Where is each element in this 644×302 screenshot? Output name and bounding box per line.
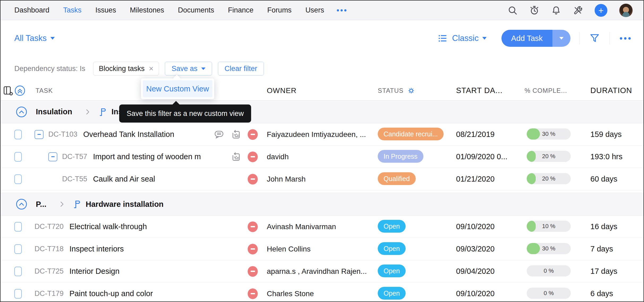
status-badge[interactable]: Open <box>378 265 406 277</box>
status-cell[interactable]: Open <box>378 265 456 278</box>
status-cell[interactable]: In Progress <box>378 150 456 164</box>
nav-item-forums[interactable]: Forums <box>267 6 292 14</box>
task-name[interactable]: Inspect interiors <box>70 245 124 253</box>
nav-more-button[interactable] <box>337 9 346 11</box>
nav-item-finance[interactable]: Finance <box>228 6 254 14</box>
milestone-name[interactable]: Hardware installation <box>86 200 164 209</box>
start-date-cell[interactable]: 01/09/2020 0... <box>456 152 525 161</box>
status-cell[interactable]: Qualified <box>378 172 456 186</box>
owner-cell[interactable]: davidh <box>267 153 378 161</box>
status-badge[interactable]: Open <box>378 220 406 233</box>
status-badge[interactable]: In Progress <box>378 150 423 163</box>
tools-icon[interactable] <box>573 5 583 15</box>
group-title[interactable]: Insulation <box>36 107 72 116</box>
notifications-bell-icon[interactable] <box>551 5 561 15</box>
row-checkbox[interactable] <box>14 244 22 254</box>
user-avatar[interactable] <box>619 3 633 17</box>
layout-selector[interactable]: Classic <box>452 33 487 43</box>
clear-filter-button[interactable]: Clear filter <box>218 62 264 76</box>
blocked-dependency-icon[interactable] <box>248 288 258 299</box>
start-date-cell[interactable]: 09/04/2020 <box>456 267 525 276</box>
collapse-subtasks-toggle[interactable] <box>35 130 44 139</box>
row-checkbox[interactable] <box>14 174 22 184</box>
search-icon[interactable] <box>508 5 518 15</box>
collapse-group-icon[interactable] <box>16 198 27 210</box>
owner-cell[interactable]: Faiyazudeen Imtiyazudeen, ... <box>267 130 378 139</box>
filter-chip[interactable]: Blocking tasks × <box>93 62 159 76</box>
more-options-button[interactable] <box>620 37 631 40</box>
add-task-button[interactable]: Add Task <box>501 30 552 47</box>
nav-item-documents[interactable]: Documents <box>178 6 214 14</box>
task-name[interactable]: Overhead Tank Installation <box>83 130 174 139</box>
row-checkbox[interactable] <box>14 222 22 232</box>
table-settings-icon[interactable] <box>3 85 14 96</box>
start-date-cell[interactable]: 09/10/2020 <box>456 289 525 298</box>
owner-cell[interactable]: Avinash Manivarman <box>267 223 378 231</box>
blocked-dependency-icon[interactable] <box>248 221 258 232</box>
owner-cell[interactable]: aparna.s , Aravindhan Rajen... <box>267 267 378 276</box>
row-checkbox[interactable] <box>14 289 22 299</box>
save-as-button[interactable]: Save as <box>165 62 212 76</box>
nav-item-dashboard[interactable]: Dashboard <box>14 6 49 14</box>
status-badge[interactable]: Candidate recrui... <box>378 128 444 140</box>
start-date-cell[interactable]: 09/10/2020 <box>456 222 525 231</box>
status-cell[interactable]: Open <box>378 242 456 256</box>
header-status[interactable]: STATUS <box>378 87 456 95</box>
owner-cell[interactable]: Charles Stone <box>267 290 378 298</box>
start-date-cell[interactable]: 08/21/2019 <box>456 130 525 139</box>
task-name[interactable]: Electrical walk-through <box>70 222 147 231</box>
task-name[interactable]: Import and testing of wooden m <box>93 152 201 161</box>
header-task[interactable]: TASK <box>1 87 267 94</box>
header-duration[interactable]: DURATION <box>590 86 643 95</box>
tasklog-icon[interactable] <box>231 152 241 162</box>
view-selector[interactable]: All Tasks <box>14 33 55 43</box>
nav-item-issues[interactable]: Issues <box>95 6 116 14</box>
chip-remove-icon[interactable]: × <box>149 65 154 73</box>
status-badge[interactable]: Open <box>378 287 406 300</box>
owner-cell[interactable]: John Marsh <box>267 175 378 183</box>
add-task-dropdown-button[interactable] <box>552 30 570 47</box>
header-start-date[interactable]: START DA... <box>456 86 525 95</box>
task-row[interactable]: DC-T57Import and testing of wooden mdavi… <box>1 146 643 168</box>
start-date-cell[interactable]: 09/03/2020 <box>456 245 525 253</box>
filter-icon[interactable] <box>589 32 600 44</box>
collapse-subtasks-toggle[interactable] <box>48 152 57 161</box>
task-name[interactable]: Caulk and Air seal <box>93 175 155 183</box>
quick-add-button[interactable]: + <box>595 4 607 17</box>
collapse-group-icon[interactable] <box>16 106 27 118</box>
status-badge[interactable]: Open <box>378 242 406 255</box>
header-owner[interactable]: OWNER <box>267 86 378 95</box>
blocked-dependency-icon[interactable] <box>248 129 258 140</box>
blocked-dependency-icon[interactable] <box>248 244 258 254</box>
task-name[interactable]: Interior Design <box>70 267 120 276</box>
comment-icon[interactable] <box>214 129 224 140</box>
collapse-all-icon[interactable] <box>14 85 25 96</box>
start-date-cell[interactable]: 01/21/2020 <box>456 175 525 183</box>
header-percent-complete[interactable]: % COMPLE... <box>525 87 590 94</box>
timer-icon[interactable] <box>529 5 539 15</box>
task-row[interactable]: DC-T103Overhead Tank InstallationFaiyazu… <box>1 123 643 146</box>
status-badge[interactable]: Qualified <box>378 172 416 185</box>
task-row[interactable]: DC-T718Inspect interiorsHelen CollinsOpe… <box>1 238 643 260</box>
owner-cell[interactable]: Helen Collins <box>267 245 378 253</box>
nav-item-tasks[interactable]: Tasks <box>63 6 81 14</box>
status-cell[interactable]: Candidate recrui... <box>378 128 456 141</box>
task-name[interactable]: Paint touch-up and color <box>70 289 153 298</box>
row-checkbox[interactable] <box>14 130 22 139</box>
tasklog-icon[interactable] <box>231 129 241 140</box>
menu-item-new-custom-view[interactable]: New Custom View <box>143 80 212 97</box>
nav-item-users[interactable]: Users <box>305 6 324 14</box>
row-checkbox[interactable] <box>14 267 22 276</box>
task-row[interactable]: DC-T725Interior Designaparna.s , Aravind… <box>1 260 643 283</box>
blocked-dependency-icon[interactable] <box>248 266 258 277</box>
status-cell[interactable]: Open <box>378 287 456 301</box>
row-checkbox[interactable] <box>14 152 22 162</box>
blocked-dependency-icon[interactable] <box>248 174 258 184</box>
status-cell[interactable]: Open <box>378 220 456 234</box>
task-row[interactable]: DC-T55Caulk and Air sealJohn MarshQualif… <box>1 168 643 190</box>
nav-item-milestones[interactable]: Milestones <box>130 6 164 14</box>
task-row[interactable]: DC-T179Paint touch-up and colorCharles S… <box>1 283 643 302</box>
group-title[interactable]: P... <box>36 200 46 209</box>
status-settings-gear-icon[interactable] <box>407 87 415 95</box>
blocked-dependency-icon[interactable] <box>248 152 258 162</box>
